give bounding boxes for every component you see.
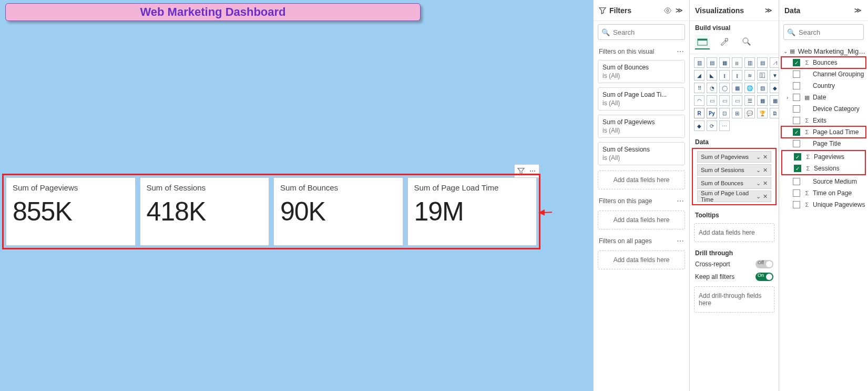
filter-card[interactable]: Sum of Pageviews is (All): [598, 115, 685, 138]
stacked-area-icon[interactable]: ◣: [707, 70, 717, 81]
line-col-icon[interactable]: ⫿: [719, 70, 730, 81]
filled-map-icon[interactable]: ▧: [757, 83, 768, 93]
pie-icon[interactable]: ◔: [707, 83, 717, 93]
filters-visual-well[interactable]: Add data fields here: [598, 171, 685, 189]
narrative-icon[interactable]: 🏆: [757, 108, 768, 118]
drill-through-well[interactable]: Add drill-through fields here: [694, 286, 774, 313]
remove-icon[interactable]: ✕: [763, 154, 768, 161]
field-row[interactable]: Country: [781, 80, 866, 92]
cross-report-toggle[interactable]: Off: [755, 260, 773, 268]
waterfall-icon[interactable]: ⿲: [757, 70, 768, 81]
ribbon-icon[interactable]: ≋: [744, 70, 755, 81]
powerapps-icon[interactable]: ◆: [694, 121, 704, 131]
analytics-tab[interactable]: [739, 35, 754, 49]
key-influencers-icon[interactable]: ⊡: [719, 108, 730, 118]
field-row[interactable]: Source Medium: [781, 176, 866, 187]
more-icon[interactable]: ⋯: [677, 197, 684, 205]
field-pill[interactable]: Sum of Page Load Time ⌄ ✕: [697, 191, 771, 202]
remove-icon[interactable]: ✕: [763, 167, 768, 174]
remove-icon[interactable]: ✕: [763, 180, 768, 187]
field-row[interactable]: ✓ΣSessions: [782, 163, 865, 174]
field-row[interactable]: ›▦Date: [781, 92, 866, 103]
field-row[interactable]: ΣUnique Pageviews: [781, 199, 866, 210]
r-visual-icon[interactable]: R: [694, 108, 704, 118]
table-node[interactable]: ⌄ ▦ Web Marketing_Migrat...: [781, 45, 866, 57]
chevron-down-icon[interactable]: ⌄: [756, 167, 761, 174]
build-visual-tab[interactable]: [695, 35, 710, 49]
hundred-bar-icon[interactable]: ▥: [744, 57, 755, 68]
automate-icon[interactable]: ⟳: [707, 121, 717, 131]
field-row[interactable]: Device Category: [781, 103, 866, 115]
field-checkbox[interactable]: [793, 117, 800, 124]
field-checkbox[interactable]: [793, 105, 800, 113]
collapse-icon[interactable]: ≫: [764, 6, 773, 15]
gauge-icon[interactable]: ◠: [694, 95, 704, 106]
collapse-icon[interactable]: ≫: [675, 6, 684, 15]
kpi-icon[interactable]: ▭: [732, 95, 742, 106]
hundred-column-icon[interactable]: ▤: [757, 57, 768, 68]
multi-card-visual[interactable]: Sum of Pageviews 855K Sum of Sessions 41…: [2, 174, 540, 249]
field-checkbox[interactable]: ✓: [794, 153, 801, 161]
tooltips-well[interactable]: Add data fields here: [694, 223, 774, 242]
python-visual-icon[interactable]: Py: [707, 108, 717, 118]
filters-all-well[interactable]: Add data fields here: [598, 250, 685, 269]
chevron-down-icon[interactable]: ⌄: [756, 154, 761, 161]
more-icon[interactable]: ⋯: [677, 47, 684, 56]
field-checkbox[interactable]: [793, 82, 800, 89]
filters-search[interactable]: 🔍: [598, 24, 685, 40]
map-icon[interactable]: 🌐: [744, 83, 755, 93]
stacked-column-icon[interactable]: ▤: [707, 57, 717, 68]
field-checkbox[interactable]: ✓: [793, 59, 800, 66]
field-row[interactable]: Channel Grouping: [781, 68, 866, 80]
clustered-column-icon[interactable]: ⫼: [732, 57, 742, 68]
field-checkbox[interactable]: [793, 178, 800, 185]
keep-filters-toggle[interactable]: On: [755, 273, 773, 281]
chevron-down-icon[interactable]: ⌄: [783, 48, 789, 54]
field-checkbox[interactable]: ✓: [794, 165, 801, 172]
field-checkbox[interactable]: [793, 94, 800, 101]
get-visuals-icon[interactable]: ⋯: [719, 121, 730, 131]
data-search[interactable]: 🔍: [783, 24, 864, 40]
chevron-right-icon[interactable]: ›: [787, 95, 793, 101]
field-row[interactable]: ✓ΣBounces: [781, 57, 866, 68]
field-row[interactable]: ΣExits: [781, 115, 866, 126]
table-icon[interactable]: ▦: [757, 95, 768, 106]
line-col2-icon[interactable]: ⫿: [732, 70, 742, 81]
card-icon[interactable]: ▭: [707, 95, 717, 106]
field-checkbox[interactable]: [793, 140, 800, 147]
report-canvas[interactable]: Web Marketing Dashboard ⋯ Sum of Pagevie…: [0, 0, 593, 391]
qa-icon[interactable]: 💬: [744, 108, 755, 118]
clustered-bar-icon[interactable]: ▦: [719, 57, 730, 68]
data-search-input[interactable]: [799, 28, 868, 36]
field-checkbox[interactable]: [793, 201, 800, 208]
filter-card[interactable]: Sum of Sessions is (All): [598, 142, 685, 165]
collapse-icon[interactable]: ≫: [853, 6, 863, 15]
field-row[interactable]: ✓ΣPage Load Time: [781, 126, 866, 138]
scatter-icon[interactable]: ⠿: [694, 83, 704, 93]
multi-card-icon[interactable]: ▭: [719, 95, 730, 106]
filter-card[interactable]: Sum of Bounces is (All): [598, 60, 685, 83]
field-pill[interactable]: Sum of Sessions ⌄ ✕: [697, 164, 771, 176]
field-row[interactable]: ΣTime on Page: [781, 187, 866, 199]
chevron-down-icon[interactable]: ⌄: [756, 180, 761, 187]
remove-icon[interactable]: ✕: [763, 193, 768, 200]
chevron-down-icon[interactable]: ⌄: [756, 193, 761, 200]
filters-page-well[interactable]: Add data fields here: [598, 210, 685, 229]
eye-icon[interactable]: [663, 6, 672, 15]
slicer-icon[interactable]: ☰: [744, 95, 755, 106]
donut-icon[interactable]: ◯: [719, 83, 730, 93]
field-checkbox[interactable]: [793, 71, 800, 78]
filters-search-input[interactable]: [613, 28, 701, 36]
field-pill[interactable]: Sum of Pageviews ⌄ ✕: [697, 151, 771, 163]
decomp-tree-icon[interactable]: ⊞: [732, 108, 742, 118]
stacked-bar-icon[interactable]: ▥: [694, 57, 704, 68]
field-checkbox[interactable]: [793, 189, 800, 197]
field-row[interactable]: Page Title: [781, 138, 866, 149]
format-visual-tab[interactable]: [717, 35, 732, 49]
area-icon[interactable]: ◢: [694, 70, 704, 81]
field-checkbox[interactable]: ✓: [793, 128, 800, 136]
treemap-icon[interactable]: ▦: [732, 83, 742, 93]
field-pill[interactable]: Sum of Bounces ⌄ ✕: [697, 177, 771, 189]
filter-card[interactable]: Sum of Page Load Ti... is (All): [598, 87, 685, 111]
field-row[interactable]: ✓ΣPageviews: [782, 151, 865, 163]
